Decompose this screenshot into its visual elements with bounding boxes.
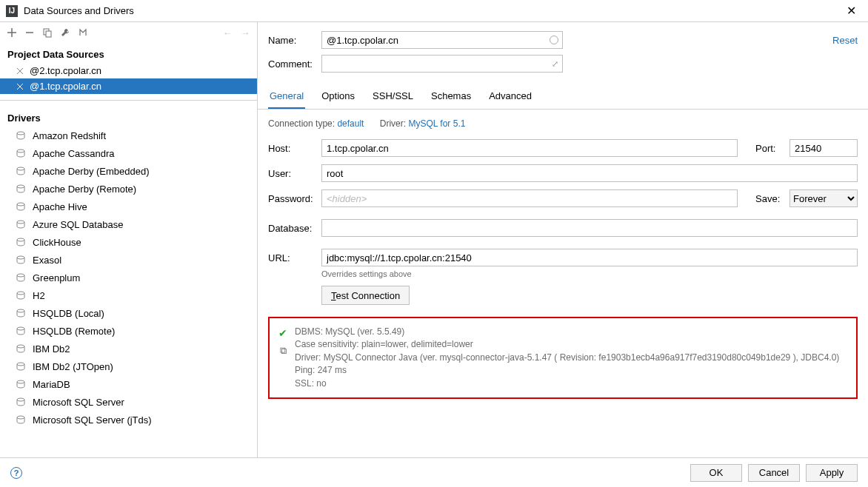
left-panel: ← → Project Data Sources @2.tcp.cpolar.c…	[0, 22, 258, 457]
driver-icon	[15, 378, 27, 390]
project-data-sources-header: Project Data Sources	[0, 43, 257, 63]
driver-item[interactable]: ClickHouse	[0, 233, 257, 251]
main-area: ← → Project Data Sources @2.tcp.cpolar.c…	[0, 22, 868, 457]
result-line: Case sensitivity: plain=lower, delimited…	[295, 338, 839, 351]
result-line: DBMS: MySQL (ver. 5.5.49)	[295, 326, 839, 338]
test-connection-button[interactable]: TTest Connectionest Connection	[321, 286, 410, 305]
driver-label: MariaDB	[33, 379, 70, 390]
comment-input[interactable]	[321, 55, 563, 73]
driver-value[interactable]: MySQL for 5.1	[408, 118, 465, 129]
ok-button[interactable]: OK	[690, 464, 742, 482]
data-source-item[interactable]: @2.tcp.cpolar.cn	[0, 63, 257, 78]
driver-label: Apache Hive	[33, 201, 87, 212]
tab-schemas[interactable]: Schemas	[430, 84, 473, 109]
host-input[interactable]	[321, 139, 738, 157]
tab-options[interactable]: Options	[320, 84, 356, 109]
name-input[interactable]	[321, 31, 563, 49]
connection-info-line: Connection type: default Driver: MySQL f…	[268, 118, 858, 129]
data-source-list: @2.tcp.cpolar.cn@1.tcp.cpolar.cn	[0, 63, 257, 94]
datasource-icon	[15, 66, 25, 76]
svg-point-6	[17, 203, 24, 206]
driver-item[interactable]: Amazon Redshift	[0, 127, 257, 144]
driver-item[interactable]: Greenplum	[0, 269, 257, 286]
window-title: Data Sources and Drivers	[24, 5, 841, 16]
app-icon: IJ	[6, 5, 18, 17]
reset-link[interactable]: Reset	[832, 35, 858, 46]
tab-sshssl[interactable]: SSH/SSL	[371, 84, 415, 109]
data-source-item[interactable]: @1.tcp.cpolar.cn	[0, 78, 257, 94]
database-input[interactable]	[321, 219, 858, 237]
back-icon[interactable]: ←	[220, 25, 235, 40]
host-label: Host:	[268, 143, 314, 154]
separator	[0, 100, 257, 101]
success-check-icon: ✔	[278, 327, 287, 339]
svg-rect-1	[46, 31, 51, 37]
driver-label: Microsoft SQL Server (jTds)	[33, 414, 152, 426]
left-toolbar: ← →	[0, 22, 257, 43]
driver-icon	[15, 272, 27, 283]
password-label: Password:	[268, 193, 314, 204]
datasource-icon	[15, 81, 25, 92]
driver-label: Apache Derby (Embedded)	[33, 166, 150, 177]
driver-item[interactable]: IBM Db2	[0, 340, 257, 357]
color-circle-icon[interactable]	[550, 36, 558, 44]
driver-item[interactable]: Apache Cassandra	[0, 144, 257, 162]
driver-label: H2	[33, 290, 45, 301]
driver-item[interactable]: Exasol	[0, 251, 257, 269]
copy-button[interactable]	[40, 25, 55, 40]
driver-item[interactable]: MariaDB	[0, 375, 257, 393]
driver-item[interactable]: Apache Derby (Embedded)	[0, 162, 257, 180]
svg-point-17	[17, 398, 24, 401]
wrench-icon[interactable]	[58, 25, 73, 40]
driver-item[interactable]: HSQLDB (Remote)	[0, 322, 257, 340]
copy-result-icon[interactable]: ⧉	[280, 345, 287, 357]
right-panel: Name: Reset Comment: ⤢ GeneralOptionsSSH…	[258, 22, 868, 457]
driver-icon	[15, 307, 27, 319]
result-text: DBMS: MySQL (ver. 5.5.49) Case sensitivi…	[295, 326, 839, 390]
svg-point-11	[17, 292, 24, 295]
driver-item[interactable]: Microsoft SQL Server	[0, 393, 257, 411]
apply-button[interactable]: Apply	[806, 464, 858, 482]
driver-item[interactable]: HSQLDB (Local)	[0, 304, 257, 322]
make-global-icon[interactable]	[76, 25, 90, 40]
remove-button[interactable]	[22, 25, 37, 40]
port-input[interactable]	[789, 139, 858, 157]
result-line: Ping: 247 ms	[295, 364, 839, 377]
connection-type-value[interactable]: default	[337, 118, 364, 129]
driver-label: Apache Derby (Remote)	[33, 184, 136, 195]
title-bar: IJ Data Sources and Drivers ✕	[0, 0, 868, 22]
svg-point-12	[17, 309, 24, 312]
svg-point-4	[17, 167, 24, 170]
driver-label: IBM Db2	[33, 343, 70, 355]
add-button[interactable]	[4, 25, 19, 40]
connection-type-label: Connection type:	[268, 118, 335, 129]
svg-point-3	[17, 150, 24, 152]
help-icon[interactable]: ?	[10, 467, 22, 479]
tab-advanced[interactable]: Advanced	[487, 84, 533, 109]
url-input[interactable]	[321, 249, 858, 266]
driver-icon	[15, 130, 27, 141]
driver-item[interactable]: Apache Hive	[0, 198, 257, 215]
close-icon[interactable]: ✕	[841, 4, 862, 18]
bottom-bar: ? OK Cancel Apply	[0, 457, 868, 487]
connection-result-box: ✔ ⧉ DBMS: MySQL (ver. 5.5.49) Case sensi…	[268, 317, 858, 399]
tab-general[interactable]: General	[268, 84, 305, 109]
svg-point-16	[17, 380, 24, 383]
forward-icon[interactable]: →	[238, 25, 253, 40]
expand-icon[interactable]: ⤢	[552, 59, 558, 69]
user-input[interactable]	[321, 164, 858, 182]
driver-item[interactable]: Azure SQL Database	[0, 215, 257, 233]
cancel-button[interactable]: Cancel	[748, 464, 800, 482]
database-label: Database:	[268, 223, 314, 234]
result-line: Driver: MySQL Connector Java (ver. mysql…	[295, 352, 839, 364]
driver-icon	[15, 289, 27, 301]
driver-item[interactable]: H2	[0, 286, 257, 304]
driver-label: Microsoft SQL Server	[33, 397, 124, 408]
driver-item[interactable]: Microsoft SQL Server (jTds)	[0, 411, 257, 429]
save-select[interactable]: Forever	[789, 189, 858, 207]
url-note: Overrides settings above	[321, 269, 858, 278]
password-input[interactable]	[321, 189, 738, 207]
name-label: Name:	[268, 35, 314, 46]
driver-item[interactable]: Apache Derby (Remote)	[0, 180, 257, 198]
driver-item[interactable]: IBM Db2 (JTOpen)	[0, 357, 257, 375]
